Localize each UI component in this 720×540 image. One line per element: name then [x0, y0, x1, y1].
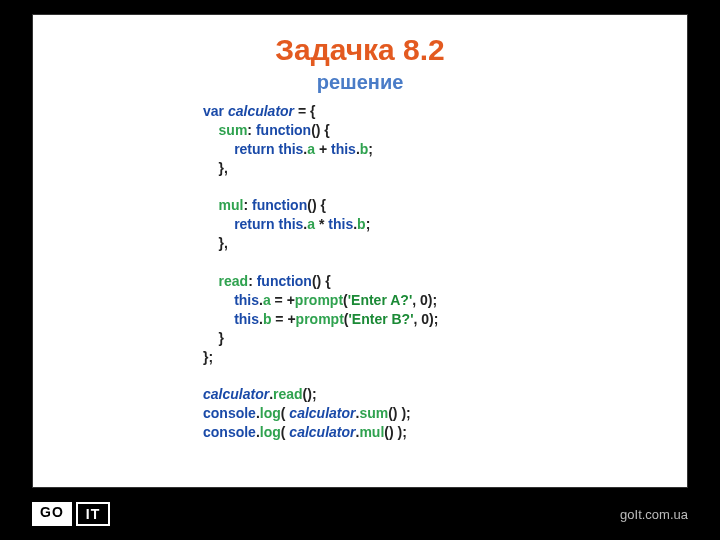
code-text: = +	[271, 292, 295, 308]
code-keyword: return this	[234, 216, 303, 232]
code-call: log	[260, 424, 281, 440]
code-identifier: calculator	[289, 424, 355, 440]
code-call: prompt	[295, 292, 343, 308]
code-member: b	[357, 216, 366, 232]
code-text: ;	[368, 141, 373, 157]
code-text: , 0);	[414, 311, 439, 327]
code-text: ();	[303, 386, 317, 402]
code-keyword: function	[257, 273, 312, 289]
slide-frame: Задачка 8.2 решение var calculator = { s…	[32, 14, 688, 488]
code-call: prompt	[296, 311, 344, 327]
code-indent	[203, 273, 219, 289]
code-member: a	[307, 141, 315, 157]
code-keyword: this	[328, 216, 353, 232]
code-indent	[203, 330, 219, 346]
code-property: read	[219, 273, 249, 289]
code-identifier: console	[203, 405, 256, 421]
code-keyword: var	[203, 103, 224, 119]
code-indent	[203, 160, 219, 176]
code-indent	[203, 141, 234, 157]
code-text: = {	[294, 103, 315, 119]
logo-it-box: IT	[76, 502, 110, 526]
code-keyword: this	[234, 311, 259, 327]
code-text: () {	[312, 273, 331, 289]
code-text: +	[315, 141, 331, 157]
code-text: () );	[384, 424, 407, 440]
code-indent	[203, 216, 234, 232]
code-text: };	[203, 349, 213, 365]
code-member: a	[263, 292, 271, 308]
code-text: :	[248, 273, 257, 289]
code-call: mul	[359, 424, 384, 440]
code-property: sum	[219, 122, 248, 138]
code-identifier: calculator	[203, 386, 269, 402]
code-string: 'Enter B?'	[349, 311, 414, 327]
code-text: = +	[271, 311, 295, 327]
logo-go-box: GO	[32, 502, 72, 526]
code-call: log	[260, 405, 281, 421]
code-block: var calculator = { sum: function() { ret…	[203, 102, 647, 442]
code-identifier: calculator	[224, 103, 294, 119]
code-text: , 0);	[412, 292, 437, 308]
code-indent	[203, 311, 234, 327]
code-identifier: console	[203, 424, 256, 440]
footer-site-url: goIt.com.ua	[620, 507, 688, 522]
code-text: }	[219, 330, 224, 346]
code-identifier: calculator	[289, 405, 355, 421]
code-text: },	[219, 160, 228, 176]
code-text: },	[219, 235, 228, 251]
code-text: () );	[388, 405, 411, 421]
code-call: read	[273, 386, 303, 402]
code-keyword: function	[256, 122, 311, 138]
code-text: *	[315, 216, 328, 232]
code-text: ;	[366, 216, 371, 232]
code-text: :	[247, 122, 256, 138]
code-indent	[203, 122, 219, 138]
code-indent	[203, 197, 219, 213]
code-keyword: return this	[234, 141, 303, 157]
code-text: :	[243, 197, 252, 213]
code-string: 'Enter A?'	[348, 292, 412, 308]
logo: GO IT	[32, 502, 110, 526]
code-call: sum	[359, 405, 388, 421]
code-indent	[203, 235, 219, 251]
code-text: () {	[311, 122, 330, 138]
code-keyword: this	[234, 292, 259, 308]
slide-subtitle: решение	[73, 71, 647, 94]
code-text: () {	[307, 197, 326, 213]
slide-title: Задачка 8.2	[73, 33, 647, 67]
code-indent	[203, 292, 234, 308]
code-member: a	[307, 216, 315, 232]
code-property: mul	[219, 197, 244, 213]
footer-bar: GO IT goIt.com.ua	[0, 488, 720, 540]
code-keyword: this	[331, 141, 356, 157]
code-keyword: function	[252, 197, 307, 213]
